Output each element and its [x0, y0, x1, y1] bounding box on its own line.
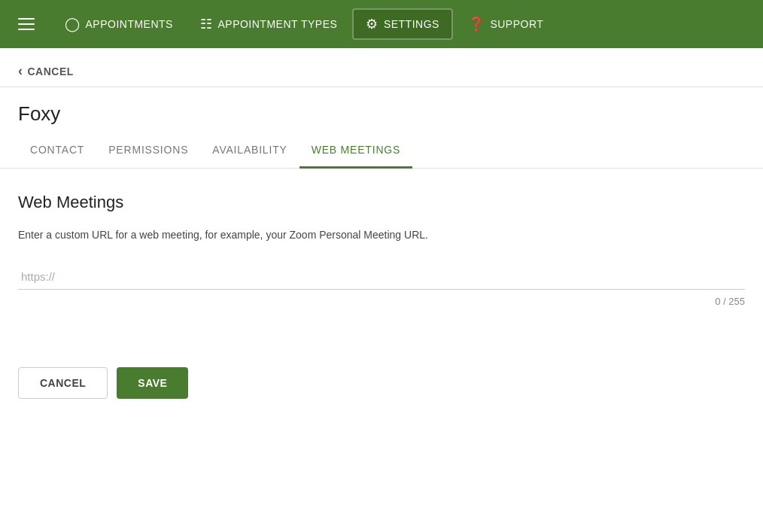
sub-header: ‹ CANCEL	[0, 48, 763, 87]
save-button[interactable]: SAVE	[117, 367, 188, 399]
tab-permissions[interactable]: PERMISSIONS	[96, 133, 200, 169]
url-input[interactable]	[18, 264, 745, 290]
cancel-button[interactable]: CANCEL	[18, 367, 108, 399]
question-icon: ❓	[468, 16, 485, 32]
tab-contact[interactable]: CONTACT	[18, 133, 96, 169]
tabs-container: CONTACT PERMISSIONS AVAILABILITY WEB MEE…	[0, 133, 763, 169]
back-cancel-button[interactable]: ‹ CANCEL	[18, 63, 74, 79]
top-nav: ◯ APPOINTMENTS ☷ APPOINTMENT TYPES ⚙ SET…	[0, 0, 763, 48]
section-description: Enter a custom URL for a web meeting, fo…	[18, 227, 745, 243]
table-icon: ☷	[200, 16, 213, 32]
clock-icon: ◯	[65, 16, 81, 32]
url-input-container	[18, 264, 745, 290]
hamburger-menu[interactable]	[9, 12, 44, 36]
nav-support[interactable]: ❓ SUPPORT	[456, 10, 555, 38]
section-title: Web Meetings	[18, 193, 745, 212]
char-count: 0 / 255	[18, 296, 745, 307]
nav-settings[interactable]: ⚙ SETTINGS	[352, 8, 453, 40]
chevron-left-icon: ‹	[18, 63, 23, 79]
main-content: Web Meetings Enter a custom URL for a we…	[0, 169, 763, 331]
nav-appointments[interactable]: ◯ APPOINTMENTS	[53, 10, 185, 38]
page-title: Foxy	[0, 87, 763, 126]
bottom-actions: CANCEL SAVE	[0, 331, 763, 417]
tab-availability[interactable]: AVAILABILITY	[200, 133, 299, 169]
nav-appointment-types[interactable]: ☷ APPOINTMENT TYPES	[188, 10, 349, 38]
gear-icon: ⚙	[366, 16, 378, 32]
tab-web-meetings[interactable]: WEB MEETINGS	[299, 133, 413, 169]
